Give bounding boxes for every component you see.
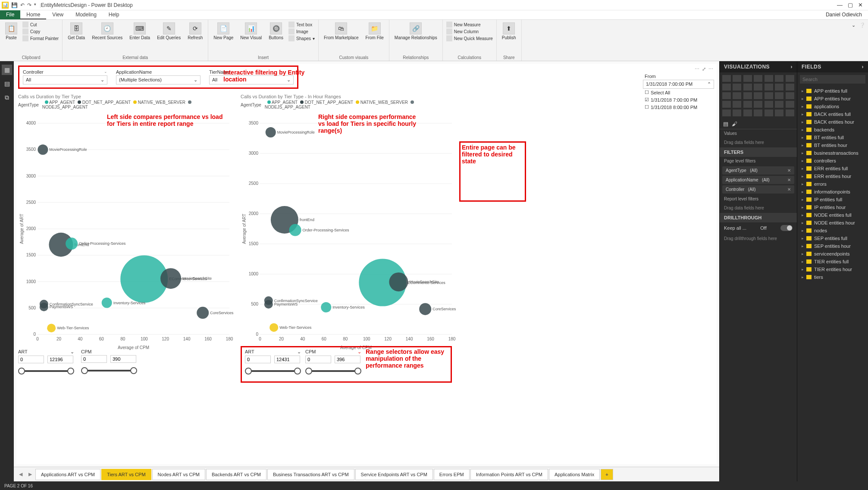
from-option-1[interactable]: ☑1/31/2018 7:00:00 PM (643, 96, 714, 103)
field-table-item[interactable]: ▸APP entities hour (797, 95, 868, 103)
refresh-button[interactable]: ⟳Refresh (186, 22, 204, 41)
page-tab[interactable]: Applications ART vs CPM (35, 469, 100, 480)
new-column-button[interactable]: New Column (446, 28, 493, 34)
tab-view[interactable]: View (46, 10, 69, 19)
from-option-2[interactable]: ☐1/31/2018 8:00:00 PM (643, 103, 714, 111)
drillthrough-drop-zone[interactable]: Drag drillthrough fields here (720, 234, 797, 243)
field-table-item[interactable]: ▸APP entities full (797, 87, 868, 95)
field-table-item[interactable]: ▸NODE entities hour (797, 219, 868, 227)
field-table-item[interactable]: ▸BT entities full (797, 134, 868, 141)
qat-undo-icon[interactable]: ↶ (20, 2, 25, 8)
viz-type-icon[interactable] (722, 75, 731, 82)
get-data-button[interactable]: 🗄Get Data (66, 22, 87, 41)
from-select-all[interactable]: ☐Select All (643, 89, 714, 96)
field-table-item[interactable]: ▸BACK entities hour (797, 118, 868, 126)
cpm-range-right[interactable]: CPM⌄ (305, 348, 361, 376)
remove-filter-icon[interactable]: ✕ (787, 168, 791, 173)
minimize-button[interactable]: — (837, 2, 843, 8)
viz-type-icon[interactable] (765, 92, 773, 99)
field-table-item[interactable]: ▸tiers (797, 273, 868, 281)
cut-button[interactable]: Cut (22, 22, 59, 28)
report-canvas[interactable]: Controller⌄ All⌄ ApplicationName (Multip… (16, 64, 717, 464)
cpm-min-left[interactable] (81, 355, 107, 363)
viz-type-icon[interactable] (722, 84, 731, 91)
new-measure-button[interactable]: New Measure (446, 22, 493, 28)
fields-search-input[interactable] (800, 75, 865, 84)
art-max-left[interactable] (47, 356, 73, 363)
ribbon-help-icon[interactable]: ❔ (859, 22, 865, 28)
cpm-max-right[interactable] (335, 356, 360, 363)
viz-fields-tab-icon[interactable]: ▤ (723, 121, 728, 127)
viz-type-icon[interactable] (775, 84, 783, 91)
field-table-item[interactable]: ▸errors (797, 180, 868, 188)
viz-type-icon[interactable] (743, 109, 752, 116)
field-table-item[interactable]: ▸TIER entities hour (797, 265, 868, 273)
from-date-input[interactable]: 1/31/2018 7:00:00 PM⌃ (643, 80, 714, 89)
viz-type-icon[interactable] (754, 101, 762, 108)
visual-options-icon[interactable]: ⋯ (695, 66, 699, 72)
viz-type-icon[interactable] (733, 101, 741, 108)
tab-home[interactable]: Home (20, 10, 46, 19)
manage-relationships-button[interactable]: 🔗Manage Relationships (393, 22, 439, 41)
viz-type-icon[interactable] (775, 75, 783, 82)
copy-button[interactable]: Copy (22, 28, 59, 34)
field-table-item[interactable]: ▸BT entities hour (797, 141, 868, 149)
viz-type-icon[interactable] (786, 92, 794, 99)
shapes-button[interactable]: Shapes ▾ (288, 35, 315, 41)
image-button[interactable]: Image (288, 28, 315, 34)
page-tab[interactable]: Business Transactions ART vs CPM (267, 469, 354, 480)
field-table-item[interactable]: ▸serviceendpoints (797, 250, 868, 258)
edit-queries-button[interactable]: ✎Edit Queries (155, 22, 182, 41)
viz-type-icon[interactable] (743, 101, 752, 108)
text-box-button[interactable]: Text box (288, 22, 315, 28)
publish-button[interactable]: ⬆Publish (500, 22, 518, 41)
art-min-left[interactable] (18, 356, 44, 363)
viz-type-icon[interactable] (733, 92, 741, 99)
new-page-button[interactable]: 📄New Page (212, 22, 235, 41)
cpm-range-left[interactable]: CPM (81, 348, 137, 376)
page-tab[interactable]: Tiers ART vs CPM (101, 469, 151, 480)
art-range-right[interactable]: ART⌄ (245, 348, 301, 376)
visual-focus-icon[interactable]: ⤢ (702, 66, 706, 72)
page-tab[interactable]: Backends ART vs CPM (206, 469, 266, 480)
viz-type-icon[interactable] (775, 92, 783, 99)
qat-dropdown-icon[interactable]: ▾ (34, 2, 36, 8)
from-marketplace-button[interactable]: 🛍From Marketplace (322, 22, 360, 41)
paste-button[interactable]: 📋Paste (3, 22, 19, 41)
page-nav-prev[interactable]: ◀ (16, 471, 25, 477)
viz-type-icon[interactable] (743, 75, 752, 82)
tab-help[interactable]: Help (103, 10, 125, 19)
viz-type-icon[interactable] (722, 92, 731, 99)
field-table-item[interactable]: ▸informationpoints (797, 188, 868, 196)
field-table-item[interactable]: ▸nodes (797, 227, 868, 234)
viz-type-icon[interactable] (786, 101, 794, 108)
viz-type-icon[interactable] (743, 92, 752, 99)
field-table-item[interactable]: ▸ERR entities hour (797, 172, 868, 180)
viz-type-icon[interactable] (765, 84, 773, 91)
viz-type-icon[interactable] (733, 109, 741, 116)
art-range-left[interactable]: ART⌄ (18, 348, 74, 376)
cpm-min-right[interactable] (305, 356, 331, 363)
field-table-item[interactable]: ▸SEP entities hour (797, 242, 868, 250)
keep-all-filters-toggle[interactable] (780, 225, 793, 231)
format-painter-button[interactable]: Format Painter (22, 35, 59, 41)
page-filter-chip[interactable]: Controller (All)✕ (722, 185, 794, 194)
field-table-item[interactable]: ▸backends (797, 126, 868, 134)
visualization-picker[interactable] (720, 72, 797, 119)
recent-sources-button[interactable]: 🕘Recent Sources (90, 22, 124, 41)
values-drop-zone[interactable]: Drag data fields here (720, 137, 797, 147)
enter-data-button[interactable]: ⌨Enter Data (128, 22, 152, 41)
viz-type-icon[interactable] (733, 75, 741, 82)
new-visual-button[interactable]: 📊New Visual (238, 22, 263, 41)
report-view-icon[interactable]: ▦ (2, 65, 12, 75)
buttons-button[interactable]: 🔘Buttons (267, 22, 285, 41)
field-table-item[interactable]: ▸businesstransactions (797, 149, 868, 157)
page-tab[interactable]: Service Endpoints ART vs CPM (355, 469, 433, 480)
viz-type-icon[interactable] (754, 84, 762, 91)
maximize-button[interactable]: ▢ (848, 2, 853, 8)
close-button[interactable]: ✕ (858, 2, 863, 8)
viz-type-icon[interactable] (754, 75, 762, 82)
signed-in-user[interactable]: Daniel Odievich (820, 10, 868, 19)
field-table-item[interactable]: ▸SEP entities full (797, 234, 868, 242)
viz-type-icon[interactable] (786, 75, 794, 82)
